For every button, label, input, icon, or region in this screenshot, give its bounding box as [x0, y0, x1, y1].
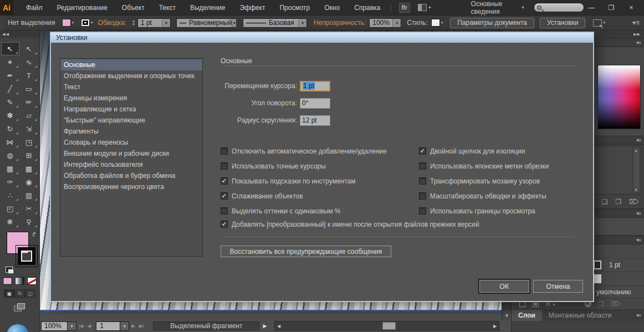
scrollbar-thumb[interactable]: [382, 322, 396, 330]
symbols-scrollbar[interactable]: ▲ ▼: [633, 147, 640, 193]
checkbox[interactable]: ✓: [221, 221, 228, 228]
isolate-selection-icon[interactable]: [593, 19, 602, 27]
stroke-color-control[interactable]: [16, 245, 38, 267]
panel-menu-icon[interactable]: ▾≡: [636, 137, 641, 143]
scroll-up-icon[interactable]: ▲: [634, 149, 638, 152]
dropdown-icon[interactable]: ▼: [392, 19, 401, 27]
checkbox[interactable]: ✓: [221, 192, 228, 200]
close-button[interactable]: ×: [624, 3, 638, 13]
resize-grip-icon[interactable]: ⋰: [637, 130, 642, 135]
checkbox[interactable]: [221, 207, 228, 214]
sidebar-item[interactable]: Отображение выделения и опорных точек: [60, 70, 202, 81]
gradient-tool-button[interactable]: ▩: [20, 162, 38, 175]
constrain-angle-field[interactable]: 0°: [300, 98, 330, 109]
scroll-right-icon[interactable]: ▶: [491, 321, 499, 330]
artboard-tool-button[interactable]: ◰: [1, 202, 19, 215]
reset-warnings-button[interactable]: Восстановить все предупреждающие сообщен…: [221, 246, 391, 257]
menu-item[interactable]: Выделение: [183, 4, 233, 12]
style-swatch[interactable]: [431, 19, 440, 27]
width-tool-button[interactable]: ⋈: [1, 135, 19, 149]
draw-behind-mode-icon[interactable]: ⧉: [14, 289, 25, 298]
menu-item[interactable]: Объект: [115, 4, 152, 12]
bridge-button[interactable]: Br: [399, 3, 410, 13]
draw-normal-mode-icon[interactable]: ▣: [4, 289, 14, 298]
stroke-width-select[interactable]: 1 pt ▼: [137, 18, 171, 28]
search-input[interactable]: [534, 3, 584, 12]
menu-item[interactable]: Просмотр: [272, 4, 317, 12]
color-button[interactable]: [3, 277, 12, 285]
mesh-tool-button[interactable]: ▦: [1, 162, 19, 175]
symbol-library-icon[interactable]: ❏: [602, 198, 608, 206]
first-artboard-icon[interactable]: |◀: [79, 323, 83, 329]
column-graph-tool-button[interactable]: ▥: [20, 188, 38, 202]
sidebar-item[interactable]: Основные: [60, 59, 202, 70]
lasso-tool-button[interactable]: ∿: [20, 55, 38, 69]
corner-radius-field[interactable]: 12 pt: [300, 115, 330, 126]
delete-item-icon[interactable]: ⌦: [611, 300, 620, 308]
screen-mode-button[interactable]: [14, 303, 26, 313]
status-indicator[interactable]: Выделенный фрагмент: [153, 321, 259, 331]
collapse-panel-icon[interactable]: ◀◀: [0, 30, 39, 38]
sidebar-item[interactable]: Единицы измерения: [60, 93, 202, 104]
scrollbar-track[interactable]: [283, 321, 491, 330]
slice-tool-button[interactable]: ✂: [20, 202, 38, 215]
panel-menu-icon[interactable]: ▾≡: [636, 313, 641, 318]
zoom-level-select[interactable]: 100%: [41, 321, 68, 331]
dropdown-icon[interactable]: ▼: [120, 321, 129, 331]
menu-item[interactable]: Файл: [19, 4, 50, 12]
menu-item[interactable]: Окно: [317, 4, 347, 12]
checkbox[interactable]: [221, 162, 228, 170]
eyedropper-tool-button[interactable]: ✑: [1, 175, 19, 188]
menu-item[interactable]: Редактирование: [49, 4, 114, 12]
arrange-documents-button[interactable]: ▾: [418, 4, 431, 11]
chevron-down-icon[interactable]: ▾: [91, 21, 93, 25]
prev-artboard-icon[interactable]: ◀: [87, 323, 90, 329]
horizontal-scrollbar[interactable]: ◀ ▶: [274, 321, 499, 331]
swap-fill-stroke-icon[interactable]: ↷: [31, 232, 38, 237]
control-panel-menu-icon[interactable]: ▾≡: [632, 19, 640, 27]
default-fill-stroke-icon[interactable]: [6, 267, 13, 273]
artboard-number-select[interactable]: 1: [96, 321, 120, 331]
sidebar-item[interactable]: Фрагменты: [60, 126, 202, 137]
direct-selection-tool-button[interactable]: ↖: [20, 42, 38, 55]
eraser-tool-button[interactable]: ▱: [20, 109, 38, 122]
status-menu-icon[interactable]: ▶: [263, 323, 267, 329]
sidebar-item[interactable]: Направляющие и сетка: [60, 104, 202, 115]
sidebar-item[interactable]: Словарь и переносы: [60, 137, 202, 148]
blend-tool-button[interactable]: ◉: [20, 175, 38, 188]
fill-color-swatch[interactable]: [62, 19, 71, 27]
ok-button[interactable]: OK: [479, 280, 529, 293]
delete-symbol-icon[interactable]: ⌦: [629, 198, 638, 206]
keyboard-increment-field[interactable]: 1 pt: [300, 81, 330, 91]
dropdown-icon[interactable]: ▼: [162, 19, 170, 27]
zoom-tool-button[interactable]: ⚲: [20, 215, 38, 228]
gradient-button[interactable]: [15, 277, 24, 285]
panel-menu-icon[interactable]: ▾≡: [636, 237, 641, 243]
sidebar-item[interactable]: Обработка файлов и буфер обмена: [60, 170, 202, 181]
sidebar-item[interactable]: Воспроизведение черного цвета: [60, 181, 202, 192]
panel-menu-icon[interactable]: ▾≡: [636, 211, 641, 216]
opacity-label[interactable]: Непрозрачность:: [314, 19, 366, 27]
chevron-down-icon[interactable]: ▾: [441, 21, 443, 25]
line-segment-tool-button[interactable]: ╱: [1, 82, 19, 95]
new-symbol-icon[interactable]: ❐: [615, 198, 621, 206]
scroll-down-icon[interactable]: ▼: [503, 311, 511, 320]
shape-builder-tool-button[interactable]: ◍: [1, 149, 19, 162]
panel-grip-icon[interactable]: ··········: [0, 38, 39, 42]
selection-tool-button[interactable]: ↖: [1, 42, 19, 55]
last-artboard-icon[interactable]: ▶|: [139, 323, 143, 329]
stepper-down-icon[interactable]: ▼: [132, 23, 135, 26]
rectangle-tool-button[interactable]: ▭: [20, 82, 38, 95]
blob-brush-tool-button[interactable]: ✽: [1, 109, 19, 122]
menu-item[interactable]: Эффект: [233, 4, 273, 12]
opacity-select[interactable]: 100% ▼: [369, 18, 401, 28]
panel-menu-icon[interactable]: ▾≡: [636, 40, 641, 45]
checkbox[interactable]: ✓: [221, 177, 228, 185]
checkbox[interactable]: [221, 147, 228, 155]
tab-artboards[interactable]: Монтажные области: [542, 310, 619, 321]
draw-inside-mode-icon[interactable]: ◱: [25, 289, 35, 298]
chevron-down-icon[interactable]: ▾: [72, 21, 74, 25]
menu-item[interactable]: Справка: [347, 4, 387, 12]
next-artboard-icon[interactable]: ▶: [131, 323, 135, 329]
checkbox[interactable]: [419, 207, 426, 214]
